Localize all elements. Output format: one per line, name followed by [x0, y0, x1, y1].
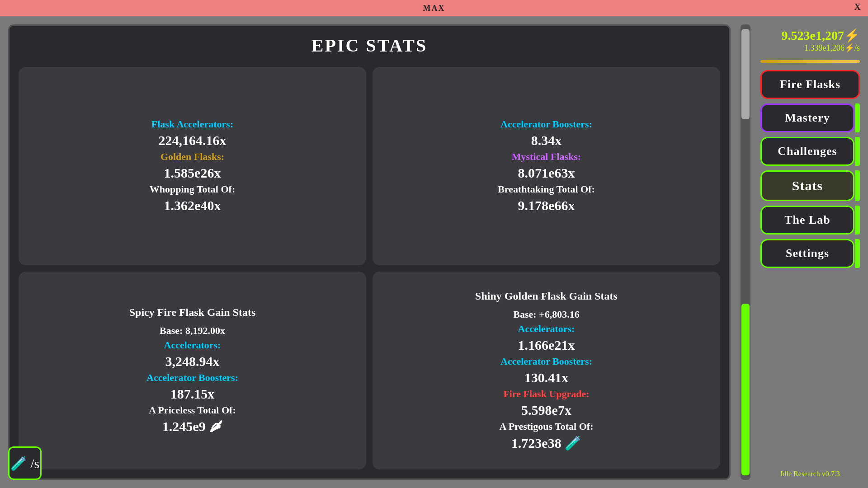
spicy-accelerators-value: 3,248.94x: [165, 354, 220, 369]
fire-flask-upgrade-label: Fire Flask Upgrade:: [503, 388, 589, 400]
fire-flask-upgrade-value: 5.598e7x: [521, 403, 571, 418]
mystical-flasks-label: Mystical Flasks:: [512, 151, 581, 163]
stats-button[interactable]: Stats: [760, 170, 854, 201]
fire-flasks-button[interactable]: Fire Flasks: [760, 70, 860, 99]
spicy-acc-boosters-value: 187.15x: [170, 386, 215, 402]
resource-rate: 1.339e1,206⚡/s: [760, 43, 860, 53]
scrollbar[interactable]: [741, 24, 750, 480]
shiny-accelerators-value: 1.166e21x: [518, 338, 575, 353]
scrollbar-thumb-bottom: [741, 304, 750, 475]
accelerator-boosters-value: 8.34x: [531, 133, 562, 148]
whopping-total-value: 1.362e40x: [164, 198, 221, 213]
spicy-priceless-value: 1.245e9 🌶: [162, 419, 222, 434]
gold-progress-bar: [760, 60, 860, 63]
shiny-accelerators-label: Accelerators:: [518, 323, 575, 335]
accelerator-boosters-card: Accelerator Boosters: 8.34x Mystical Fla…: [373, 67, 720, 265]
resource-display: 9.523e1,207⚡ 1.339e1,206⚡/s: [760, 26, 860, 55]
mastery-green-indicator: [855, 103, 860, 132]
golden-flasks-label: Golden Flasks:: [160, 151, 224, 163]
spicy-base-value: Base: 8,192.00x: [160, 325, 225, 337]
golden-flasks-value: 1.585e26x: [164, 165, 221, 181]
version-text: Idle Research v0.7.3: [760, 466, 860, 478]
spicy-fire-flask-card: Spicy Fire Flask Gain Stats Base: 8,192.…: [19, 272, 366, 470]
flask-accelerators-card: Flask Accelerators: 224,164.16x Golden F…: [19, 67, 366, 265]
stats-row: Stats: [760, 170, 860, 201]
challenges-green-indicator: [855, 137, 860, 166]
spicy-accelerators-label: Accelerators:: [164, 339, 221, 351]
flask-accelerators-label: Flask Accelerators:: [151, 118, 233, 130]
flask-icon: 🧪 /s: [10, 455, 40, 471]
stats-grid: Flask Accelerators: 224,164.16x Golden F…: [19, 67, 720, 469]
sidebar: 9.523e1,207⚡ 1.339e1,206⚡/s Fire Flasks …: [760, 24, 860, 480]
epic-stats-title: EPIC STATS: [19, 35, 720, 56]
breathtaking-total-value: 9.178e66x: [518, 198, 575, 213]
settings-green-indicator: [855, 239, 860, 268]
breathtaking-total-label: Breathtaking Total Of:: [498, 183, 595, 195]
stats-panel: EPIC STATS Flask Accelerators: 224,164.1…: [8, 24, 731, 480]
stats-green-indicator: [855, 170, 860, 201]
spicy-acc-boosters-label: Accelerator Boosters:: [146, 372, 238, 384]
fire-flasks-row: Fire Flasks: [760, 70, 860, 99]
shiny-golden-flask-title: Shiny Golden Flask Gain Stats: [475, 290, 618, 302]
settings-row: Settings: [760, 239, 860, 268]
whopping-total-label: Whopping Total Of:: [150, 183, 236, 195]
mystical-flasks-value: 8.071e63x: [518, 165, 575, 181]
titlebar: MAX X: [0, 0, 868, 16]
settings-button[interactable]: Settings: [760, 239, 854, 268]
shiny-acc-boosters-value: 130.41x: [524, 370, 569, 385]
the-lab-green-indicator: [855, 206, 860, 235]
shiny-acc-boosters-label: Accelerator Boosters:: [500, 356, 592, 367]
challenges-row: Challenges: [760, 137, 860, 166]
flask-bottom-button[interactable]: 🧪 /s: [8, 446, 42, 480]
accelerator-boosters-label: Accelerator Boosters:: [500, 118, 592, 130]
scrollbar-thumb-top: [741, 29, 750, 119]
prestigous-label: A Prestigous Total Of:: [499, 421, 593, 432]
mastery-row: Mastery: [760, 103, 860, 132]
flask-accelerators-value: 224,164.16x: [159, 133, 226, 148]
the-lab-button[interactable]: The Lab: [760, 206, 854, 235]
shiny-golden-flask-card: Shiny Golden Flask Gain Stats Base: +6,8…: [373, 272, 720, 470]
shiny-base-value: Base: +6,803.16: [513, 309, 579, 320]
main-layout: EPIC STATS Flask Accelerators: 224,164.1…: [0, 16, 868, 488]
window-title: MAX: [423, 4, 445, 13]
spicy-fire-flask-title: Spicy Fire Flask Gain Stats: [129, 306, 256, 319]
close-button[interactable]: X: [854, 2, 861, 12]
resource-main: 9.523e1,207⚡: [760, 28, 860, 43]
sidebar-buttons: Fire Flasks Mastery Challenges Stats The…: [760, 70, 860, 478]
prestigous-value: 1.723e38 🧪: [511, 435, 581, 451]
the-lab-row: The Lab: [760, 206, 860, 235]
spicy-priceless-label: A Priceless Total Of:: [149, 404, 236, 416]
challenges-button[interactable]: Challenges: [760, 137, 854, 166]
mastery-button[interactable]: Mastery: [760, 103, 854, 132]
